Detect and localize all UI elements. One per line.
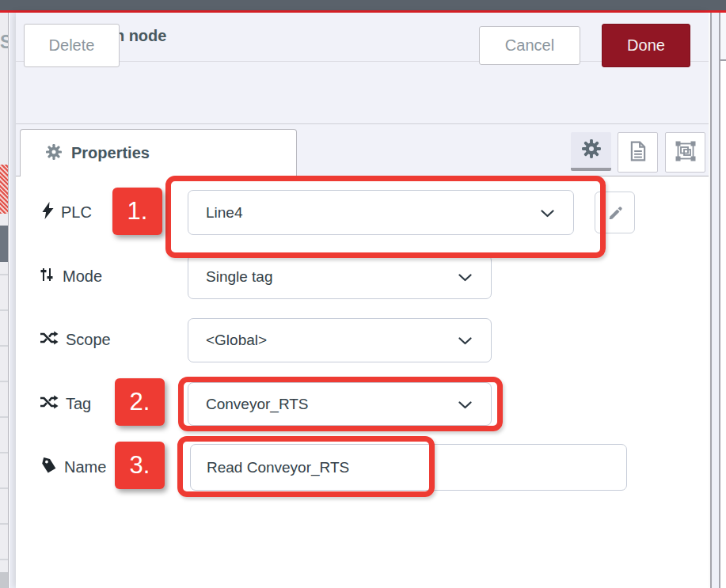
pencil-icon xyxy=(607,203,623,222)
mode-field-label: Mode xyxy=(40,264,102,288)
scope-field-label: Scope xyxy=(40,328,111,351)
tab-properties[interactable]: Properties xyxy=(20,129,297,176)
name-input[interactable] xyxy=(190,444,627,491)
tag-select[interactable]: Conveyor_RTS xyxy=(188,382,492,426)
background-list-ticks xyxy=(0,274,8,567)
annotation-step-2-badge: 2. xyxy=(115,378,165,426)
background-letter: S xyxy=(0,32,9,53)
name-field-label: Name xyxy=(41,455,106,479)
annotation-step-3-badge: 3. xyxy=(115,442,165,489)
mode-select[interactable]: Single tag xyxy=(188,255,492,299)
background-red-node-fragment xyxy=(0,165,8,214)
background-bottom-fragment xyxy=(0,572,8,588)
dialog-left-gutter xyxy=(10,13,16,588)
background-gray-fragment xyxy=(0,226,8,262)
chevron-down-icon xyxy=(458,332,472,349)
shuffle-icon xyxy=(40,395,59,413)
delete-button[interactable]: Delete xyxy=(24,24,120,67)
background-right-topbox xyxy=(720,13,726,61)
gear-icon xyxy=(582,139,601,161)
dialog-right-gutter xyxy=(710,13,719,588)
annotation-step-1-badge: 1. xyxy=(112,188,162,235)
properties-tab-button[interactable] xyxy=(571,132,611,171)
tag-label-icon xyxy=(41,457,57,477)
chevron-down-icon xyxy=(458,268,472,286)
mode-select-value: Single tag xyxy=(206,268,273,286)
edit-node-dialog: Edit eth-ip in node Delete Cancel Done xyxy=(16,13,709,588)
document-icon xyxy=(629,141,647,165)
edit-plc-config-button[interactable] xyxy=(595,192,635,233)
sliders-icon xyxy=(40,267,55,286)
cancel-button[interactable]: Cancel xyxy=(479,26,580,65)
plc-select-value: Line4 xyxy=(206,204,243,222)
description-tab-button[interactable] xyxy=(618,132,658,173)
chevron-down-icon xyxy=(541,204,554,222)
plc-select[interactable]: Line4 xyxy=(188,190,574,235)
screen: S Edit eth-ip in node Delete Cancel Done xyxy=(0,0,726,588)
plc-field-label: PLC xyxy=(42,200,92,224)
gear-icon xyxy=(46,144,62,163)
tag-select-value: Conveyor_RTS xyxy=(206,396,309,413)
scope-select[interactable]: <Global> xyxy=(188,318,492,362)
chevron-down-icon xyxy=(458,396,472,413)
background-page-sliver: S xyxy=(0,13,9,588)
tab-properties-label: Properties xyxy=(71,144,150,162)
scope-select-value: <Global> xyxy=(206,332,267,349)
done-button[interactable]: Done xyxy=(602,24,690,67)
background-right-sliver xyxy=(720,13,726,588)
bolt-icon xyxy=(42,202,54,223)
top-window-bar xyxy=(0,0,726,10)
appearance-tab-button[interactable] xyxy=(665,132,705,173)
dialog-button-bar xyxy=(16,62,709,124)
shuffle-icon xyxy=(40,331,59,349)
tag-field-label: Tag xyxy=(40,392,91,415)
appearance-icon xyxy=(675,141,696,165)
